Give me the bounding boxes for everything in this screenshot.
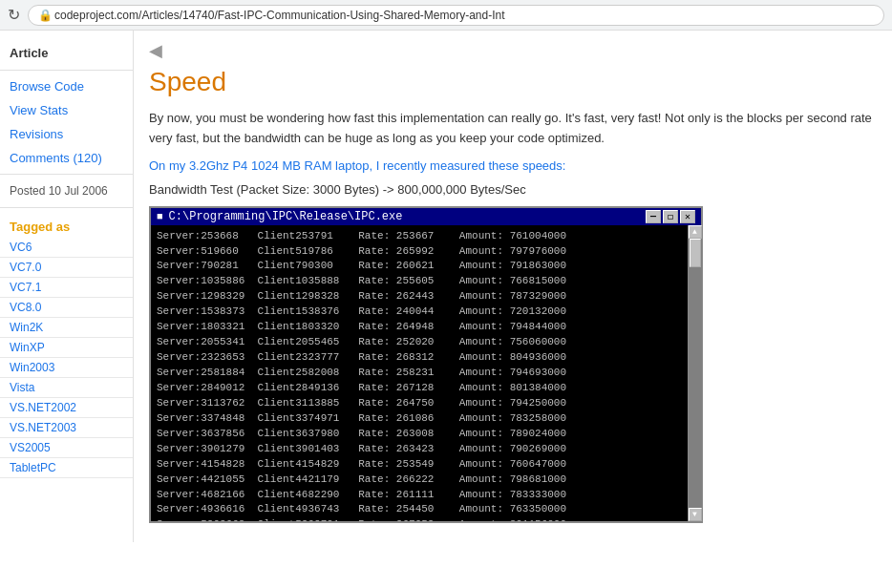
tag-vsnet2003[interactable]: VS.NET2003 (0, 418, 133, 438)
console-line: Server:2055341 Client2055465 Rate: 25202… (157, 335, 695, 350)
sidebar-link-view-stats[interactable]: View Stats (0, 98, 133, 122)
console-titlebar-buttons: — ◻ ✕ (646, 210, 695, 223)
console-line: Server:1803321 Client1803320 Rate: 26494… (157, 320, 695, 335)
console-line: Server:3113762 Client3113885 Rate: 26475… (157, 396, 695, 411)
console-line: Server:2323653 Client2323777 Rate: 26831… (157, 350, 695, 366)
tag-tabletpc[interactable]: TabletPC (0, 458, 133, 478)
console-window: ■ C:\Programming\IPC\Release\IPC.exe — ◻… (149, 206, 703, 523)
console-line: Server:519660 Client519786 Rate: 265992 … (157, 244, 695, 260)
console-line: Server:1298329 Client1298328 Rate: 26244… (157, 289, 695, 304)
tag-win2k[interactable]: Win2K (0, 318, 133, 338)
tag-vc70[interactable]: VC7.0 (0, 258, 133, 278)
measured-paragraph: On my 3.2Ghz P4 1024 MB RAM laptop, I re… (149, 158, 873, 173)
console-line: Server:790281 Client790300 Rate: 260621 … (157, 259, 695, 274)
close-button[interactable]: ✕ (680, 210, 695, 223)
tag-vc80[interactable]: VC8.0 (0, 298, 133, 318)
console-line: Server:2849012 Client2849136 Rate: 26712… (157, 381, 695, 396)
sidebar-link-revisions[interactable]: Revisions (0, 122, 133, 146)
minimize-button[interactable]: — (646, 210, 661, 223)
tag-winxp[interactable]: WinXP (0, 338, 133, 358)
main-content: ◀ Speed By now, you must be wondering ho… (134, 31, 892, 542)
scroll-up-button[interactable]: ▲ (689, 225, 702, 239)
tag-vsnet2002[interactable]: VS.NET2002 (0, 398, 133, 418)
page-title: Speed (149, 67, 873, 97)
lock-icon: 🔒 (38, 9, 53, 22)
tag-win2003[interactable]: Win2003 (0, 358, 133, 378)
console-titlebar: ■ C:\Programming\IPC\Release\IPC.exe — ◻… (151, 208, 701, 225)
sidebar: Article Browse Code View Stats Revisions… (0, 31, 134, 542)
sidebar-divider-top (0, 70, 133, 71)
console-line: Server:1538373 Client1538376 Rate: 24004… (157, 304, 695, 320)
browser-bar: ↻ 🔒 codeproject.com/Articles/14740/Fast-… (0, 0, 892, 31)
scroll-down-button[interactable]: ▼ (689, 508, 702, 521)
console-body-wrapper: Server:253668 Client253791 Rate: 253667 … (151, 225, 701, 521)
url-text: codeproject.com/Articles/14740/Fast-IPC-… (54, 9, 505, 22)
console-line: Server:253668 Client253791 Rate: 253667 … (157, 229, 695, 244)
console-title-text: C:\Programming\IPC\Release\IPC.exe (169, 210, 403, 223)
console-line: Server:4421055 Client4421179 Rate: 26622… (157, 472, 695, 488)
tagged-as-title: Tagged as (0, 212, 133, 238)
console-line: Server:5203668 Client5203791 Rate: 26705… (157, 517, 695, 520)
console-scrollbar[interactable]: ▲ ▼ (688, 225, 701, 521)
page-container: Article Browse Code View Stats Revisions… (0, 31, 892, 542)
bandwidth-paragraph: Bandwidth Test (Packet Size: 3000 Bytes)… (149, 182, 873, 197)
back-arrow-icon[interactable]: ◀ (149, 40, 162, 61)
console-line: Server:3374848 Client3374971 Rate: 26108… (157, 411, 695, 427)
console-titlebar-left: ■ C:\Programming\IPC\Release\IPC.exe (157, 210, 402, 223)
tag-vc6[interactable]: VC6 (0, 238, 133, 258)
url-bar[interactable]: 🔒 codeproject.com/Articles/14740/Fast-IP… (28, 5, 884, 26)
sidebar-link-comments[interactable]: Comments (120) (0, 146, 133, 170)
console-line: Server:2581884 Client2582008 Rate: 25823… (157, 366, 695, 381)
sidebar-posted: Posted 10 Jul 2006 (0, 178, 133, 203)
console-app-icon: ■ (157, 211, 163, 222)
scroll-track (689, 239, 702, 508)
console-line: Server:3901279 Client3901403 Rate: 26342… (157, 442, 695, 457)
sidebar-divider-tagged (0, 207, 133, 208)
sidebar-link-browse-code[interactable]: Browse Code (0, 74, 133, 98)
console-line: Server:3637856 Client3637980 Rate: 26300… (157, 427, 695, 442)
console-line: Server:1035886 Client1035888 Rate: 25560… (157, 274, 695, 289)
tag-vc71[interactable]: VC7.1 (0, 278, 133, 298)
scroll-thumb[interactable] (690, 239, 701, 267)
restore-button[interactable]: ◻ (663, 210, 678, 223)
refresh-icon[interactable]: ↻ (8, 6, 20, 24)
console-line: Server:4154828 Client4154829 Rate: 25354… (157, 457, 695, 472)
console-body: Server:253668 Client253791 Rate: 253667 … (151, 225, 701, 521)
console-line: Server:4936616 Client4936743 Rate: 25445… (157, 502, 695, 517)
console-line: Server:4682166 Client4682290 Rate: 26111… (157, 488, 695, 503)
sidebar-divider-mid (0, 174, 133, 175)
intro-paragraph: By now, you must be wondering how fast t… (149, 109, 873, 149)
tag-vs2005[interactable]: VS2005 (0, 438, 133, 458)
tag-vista[interactable]: Vista (0, 378, 133, 398)
sidebar-article-title: Article (0, 38, 133, 66)
